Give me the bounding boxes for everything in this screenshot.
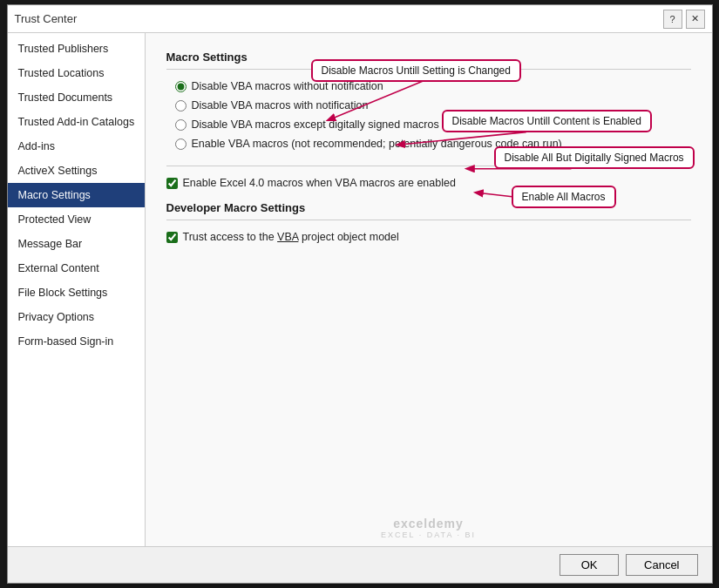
sidebar-item-external-content[interactable]: External Content bbox=[8, 256, 145, 280]
callout-enable-all: Enable All Macros bbox=[512, 186, 616, 208]
excel-macros-label: Enable Excel 4.0 macros when VBA macros … bbox=[183, 177, 456, 189]
help-button[interactable]: ? bbox=[663, 10, 682, 29]
radio-disable-no-notify[interactable]: Disable VBA macros without notification bbox=[175, 80, 691, 92]
sidebar-item-add-ins[interactable]: Add-ins bbox=[8, 134, 145, 159]
title-bar: Trust Center ? ✕ bbox=[8, 5, 712, 33]
watermark-brand: exceldemy bbox=[381, 517, 476, 531]
sidebar-item-protected-view[interactable]: Protected View bbox=[8, 207, 145, 232]
excel-macros-checkbox[interactable] bbox=[166, 178, 178, 189]
vba-trust-checkbox-row[interactable]: Trust access to the VBA project object m… bbox=[166, 231, 691, 243]
sidebar-item-macro-settings[interactable]: Macro Settings bbox=[8, 183, 145, 207]
callout-disable-signed: Disable All But Digitally Signed Macros bbox=[494, 146, 695, 169]
title-bar-controls: ? ✕ bbox=[663, 10, 705, 29]
radio-input-disable-no-notify[interactable] bbox=[175, 81, 187, 92]
dialog-body: Trusted PublishersTrusted LocationsTrust… bbox=[8, 33, 712, 546]
sidebar-item-trusted-locations[interactable]: Trusted Locations bbox=[8, 61, 145, 85]
sidebar-item-file-block-settings[interactable]: File Block Settings bbox=[8, 280, 145, 305]
sidebar-item-activex-settings[interactable]: ActiveX Settings bbox=[8, 159, 145, 183]
dialog-footer: OK Cancel bbox=[8, 546, 712, 583]
trust-center-dialog: Trust Center ? ✕ Trusted PublishersTrust… bbox=[7, 4, 713, 584]
vba-trust-checkbox[interactable] bbox=[166, 232, 178, 243]
watermark: exceldemy EXCEL · DATA · BI bbox=[381, 517, 476, 539]
callout-disable-content: Disable Macros Untill Content is Enabled bbox=[442, 110, 652, 132]
sidebar-item-trusted-documents[interactable]: Trusted Documents bbox=[8, 85, 145, 110]
watermark-tagline: EXCEL · DATA · BI bbox=[381, 531, 476, 539]
cancel-button[interactable]: Cancel bbox=[626, 554, 697, 576]
radio-label-disable-except-signed: Disable VBA macros except digitally sign… bbox=[192, 118, 439, 131]
sidebar: Trusted PublishersTrusted LocationsTrust… bbox=[8, 33, 146, 546]
close-button[interactable]: ✕ bbox=[686, 10, 705, 29]
sidebar-item-trusted-publishers[interactable]: Trusted Publishers bbox=[8, 37, 145, 61]
sidebar-item-message-bar[interactable]: Message Bar bbox=[8, 232, 145, 256]
dialog-title: Trust Center bbox=[15, 12, 78, 25]
radio-input-enable-all[interactable] bbox=[175, 139, 187, 150]
radio-label-disable-no-notify: Disable VBA macros without notification bbox=[192, 80, 383, 92]
radio-input-disable-notify[interactable] bbox=[175, 100, 187, 112]
content-area: Macro Settings Disable VBA macros withou… bbox=[146, 33, 712, 546]
ok-button[interactable]: OK bbox=[560, 554, 619, 576]
sidebar-item-form-based-sign-in[interactable]: Form-based Sign-in bbox=[8, 329, 145, 354]
vba-trust-label: Trust access to the VBA project object m… bbox=[183, 231, 399, 243]
radio-input-disable-except-signed[interactable] bbox=[175, 119, 187, 131]
callout-disable-setting: Disable Macros Untill Setting is Changed bbox=[311, 59, 521, 82]
sidebar-item-trusted-add-in-catalogs[interactable]: Trusted Add-in Catalogs bbox=[8, 110, 145, 134]
sidebar-item-privacy-options[interactable]: Privacy Options bbox=[8, 305, 145, 329]
radio-label-disable-notify: Disable VBA macros with notification bbox=[192, 99, 369, 112]
